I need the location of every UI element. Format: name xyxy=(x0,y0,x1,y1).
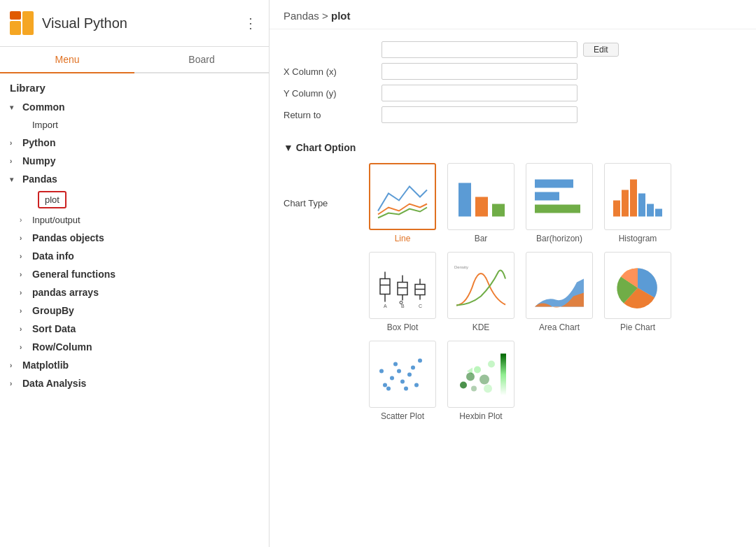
chart-item-hexbin-plot[interactable]: Hexbin Plot xyxy=(446,341,516,421)
chevron-right-icon: › xyxy=(20,307,28,315)
svg-point-48 xyxy=(466,372,475,381)
svg-point-41 xyxy=(414,383,419,387)
chart-grid: Line Bar xyxy=(368,163,673,421)
chart-name-area-chart: Area Chart xyxy=(539,322,580,332)
svg-rect-14 xyxy=(655,208,662,216)
sidebar-item-pandas[interactable]: ▾ Pandas xyxy=(0,170,269,188)
line-chart-svg xyxy=(374,171,430,223)
library-tree: ▾ Common Import › Python › Numpy ▾ Panda… xyxy=(0,98,269,547)
chart-thumb-box-plot[interactable]: A B C xyxy=(369,252,436,319)
plot-selected-label[interactable]: plot xyxy=(38,191,66,208)
sidebar-item-general-functions[interactable]: › General functions xyxy=(0,265,269,283)
svg-rect-10 xyxy=(622,190,629,216)
chart-item-bar-horizon[interactable]: Bar(horizon) xyxy=(524,163,594,243)
sidebar-item-numpy[interactable]: › Numpy xyxy=(0,152,269,170)
chart-thumb-kde[interactable]: Density xyxy=(447,252,514,319)
chart-option-header[interactable]: ▼ Chart Option xyxy=(284,142,742,153)
box-plot-svg: A B C xyxy=(374,260,430,312)
chevron-down-icon: ▾ xyxy=(10,176,18,183)
chart-name-pie-chart: Pie Chart xyxy=(620,322,655,332)
chart-item-scatter-plot[interactable]: Scatter Plot xyxy=(368,341,438,421)
sidebar-item-matplotlib[interactable]: › Matplotlib xyxy=(0,356,269,374)
sidebar-item-row-column[interactable]: › Row/Column xyxy=(0,338,269,356)
x-column-label: X Column (x) xyxy=(284,66,382,77)
chevron-right-icon: › xyxy=(20,253,28,260)
chart-thumb-pie-chart[interactable] xyxy=(604,252,671,319)
sidebar-item-data-info[interactable]: › Data info xyxy=(0,247,269,265)
area-chart-svg xyxy=(531,260,587,312)
chevron-right-icon: › xyxy=(10,362,18,369)
chart-item-bar[interactable]: Bar xyxy=(446,163,516,243)
svg-rect-4 xyxy=(475,197,488,216)
chevron-right-icon: › xyxy=(20,343,28,351)
sidebar-item-pandas-arrays[interactable]: › pandas arrays xyxy=(0,283,269,301)
chart-item-line[interactable]: Line xyxy=(368,163,438,243)
chart-name-line: Line xyxy=(395,234,411,243)
chart-thumb-bar[interactable] xyxy=(447,163,514,230)
bar-horizon-chart-svg xyxy=(531,171,587,223)
svg-rect-3 xyxy=(458,183,471,216)
sidebar-item-inputoutput[interactable]: › Input/output xyxy=(0,211,269,229)
chart-item-box-plot[interactable]: A B C xyxy=(368,252,438,332)
x-column-input[interactable] xyxy=(382,63,578,80)
more-options-icon[interactable]: ⋮ xyxy=(241,12,260,34)
svg-text:Density: Density xyxy=(454,264,468,269)
sidebar-item-pandas-objects[interactable]: › Pandas objects xyxy=(0,229,269,247)
chart-thumb-hexbin-plot[interactable] xyxy=(447,341,514,408)
svg-rect-7 xyxy=(535,192,559,200)
svg-rect-11 xyxy=(630,179,637,216)
svg-point-33 xyxy=(383,383,387,387)
chevron-right-icon: › xyxy=(10,139,18,147)
y-column-input[interactable] xyxy=(382,85,578,101)
chart-name-histogram: Histogram xyxy=(619,234,657,243)
chevron-right-icon: › xyxy=(20,271,28,278)
sidebar-item-sort-data[interactable]: › Sort Data xyxy=(0,320,269,338)
histogram-svg xyxy=(610,171,666,223)
chart-item-pie-chart[interactable]: Pie Chart xyxy=(603,252,673,332)
chart-item-area-chart[interactable]: Area Chart xyxy=(524,252,594,332)
tab-menu[interactable]: Menu xyxy=(0,47,134,73)
chart-thumb-histogram[interactable] xyxy=(604,163,671,230)
sidebar-item-python[interactable]: › Python xyxy=(0,134,269,152)
chevron-right-icon: › xyxy=(20,325,28,333)
chevron-right-icon: › xyxy=(10,380,18,388)
svg-point-51 xyxy=(488,360,495,367)
svg-point-35 xyxy=(386,386,391,390)
chevron-right-icon: › xyxy=(20,216,28,224)
svg-rect-0 xyxy=(10,21,21,35)
svg-rect-12 xyxy=(638,193,645,216)
svg-rect-2 xyxy=(22,11,34,35)
chart-item-histogram[interactable]: Histogram xyxy=(603,163,673,243)
svg-rect-6 xyxy=(535,179,573,187)
svg-rect-45 xyxy=(500,353,506,395)
sidebar-item-groupby[interactable]: › GroupBy xyxy=(0,301,269,320)
return-to-input[interactable] xyxy=(382,106,578,123)
chart-thumb-scatter-plot[interactable] xyxy=(369,341,436,408)
svg-point-49 xyxy=(474,366,481,373)
svg-text:B: B xyxy=(401,303,405,308)
app-header: Visual Python ⋮ xyxy=(0,0,269,47)
chart-thumb-bar-horizon[interactable] xyxy=(526,163,593,230)
svg-text:A: A xyxy=(384,303,387,308)
chart-name-scatter-plot: Scatter Plot xyxy=(381,411,424,421)
chevron-right-icon: › xyxy=(10,157,18,165)
app-title: Visual Python xyxy=(42,15,234,31)
chart-name-bar-horizon: Bar(horizon) xyxy=(536,234,582,243)
chart-type-label: Chart Type xyxy=(284,163,368,208)
main-content: Pandas > plot Edit X Column (x) Y Column… xyxy=(270,0,756,547)
top-field-input[interactable] xyxy=(382,41,578,58)
svg-point-44 xyxy=(379,369,384,373)
sidebar-item-common[interactable]: ▾ Common xyxy=(0,98,269,116)
sidebar-item-import[interactable]: Import xyxy=(0,116,269,134)
chart-item-kde[interactable]: Density KDE xyxy=(446,252,516,332)
svg-point-52 xyxy=(471,385,477,391)
breadcrumb: Pandas > plot xyxy=(270,0,756,29)
svg-point-37 xyxy=(400,379,405,383)
edit-button[interactable]: Edit xyxy=(583,43,619,57)
chart-thumb-line[interactable] xyxy=(369,163,436,230)
sidebar-item-plot[interactable]: plot xyxy=(0,188,269,211)
form-area: Edit X Column (x) Y Column (y) Return to xyxy=(270,29,756,135)
tab-board[interactable]: Board xyxy=(134,47,269,73)
sidebar-item-data-analysis[interactable]: › Data Analysis xyxy=(0,374,269,392)
chart-thumb-area-chart[interactable] xyxy=(526,252,593,319)
